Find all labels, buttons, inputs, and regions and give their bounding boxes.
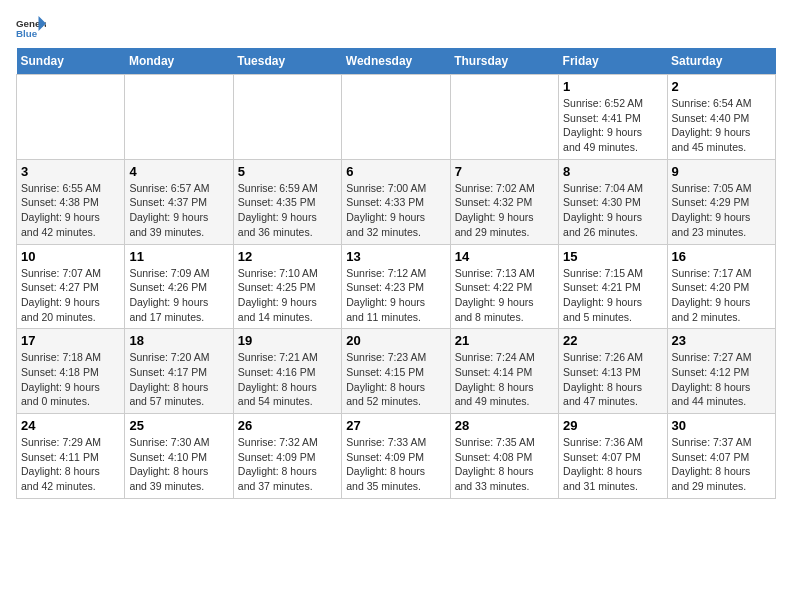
day-cell [342, 75, 450, 160]
day-number: 1 [563, 79, 662, 94]
header-row: SundayMondayTuesdayWednesdayThursdayFrid… [17, 48, 776, 75]
day-number: 16 [672, 249, 771, 264]
day-info: Sunrise: 7:35 AM Sunset: 4:08 PM Dayligh… [455, 435, 554, 494]
day-cell: 3Sunrise: 6:55 AM Sunset: 4:38 PM Daylig… [17, 159, 125, 244]
day-number: 21 [455, 333, 554, 348]
header: General Blue [16, 16, 776, 40]
day-cell: 9Sunrise: 7:05 AM Sunset: 4:29 PM Daylig… [667, 159, 775, 244]
day-number: 2 [672, 79, 771, 94]
header-cell-thursday: Thursday [450, 48, 558, 75]
day-info: Sunrise: 7:05 AM Sunset: 4:29 PM Dayligh… [672, 181, 771, 240]
day-number: 7 [455, 164, 554, 179]
day-info: Sunrise: 6:57 AM Sunset: 4:37 PM Dayligh… [129, 181, 228, 240]
day-cell: 30Sunrise: 7:37 AM Sunset: 4:07 PM Dayli… [667, 414, 775, 499]
day-cell: 12Sunrise: 7:10 AM Sunset: 4:25 PM Dayli… [233, 244, 341, 329]
header-cell-tuesday: Tuesday [233, 48, 341, 75]
week-row: 10Sunrise: 7:07 AM Sunset: 4:27 PM Dayli… [17, 244, 776, 329]
day-info: Sunrise: 7:37 AM Sunset: 4:07 PM Dayligh… [672, 435, 771, 494]
day-cell: 24Sunrise: 7:29 AM Sunset: 4:11 PM Dayli… [17, 414, 125, 499]
day-cell: 27Sunrise: 7:33 AM Sunset: 4:09 PM Dayli… [342, 414, 450, 499]
week-row: 17Sunrise: 7:18 AM Sunset: 4:18 PM Dayli… [17, 329, 776, 414]
svg-text:Blue: Blue [16, 28, 38, 39]
day-info: Sunrise: 7:13 AM Sunset: 4:22 PM Dayligh… [455, 266, 554, 325]
day-info: Sunrise: 7:32 AM Sunset: 4:09 PM Dayligh… [238, 435, 337, 494]
week-row: 24Sunrise: 7:29 AM Sunset: 4:11 PM Dayli… [17, 414, 776, 499]
day-info: Sunrise: 7:12 AM Sunset: 4:23 PM Dayligh… [346, 266, 445, 325]
day-info: Sunrise: 7:02 AM Sunset: 4:32 PM Dayligh… [455, 181, 554, 240]
day-info: Sunrise: 7:26 AM Sunset: 4:13 PM Dayligh… [563, 350, 662, 409]
day-cell: 14Sunrise: 7:13 AM Sunset: 4:22 PM Dayli… [450, 244, 558, 329]
day-number: 19 [238, 333, 337, 348]
day-number: 10 [21, 249, 120, 264]
day-cell: 2Sunrise: 6:54 AM Sunset: 4:40 PM Daylig… [667, 75, 775, 160]
day-number: 4 [129, 164, 228, 179]
day-number: 22 [563, 333, 662, 348]
day-cell: 18Sunrise: 7:20 AM Sunset: 4:17 PM Dayli… [125, 329, 233, 414]
day-number: 26 [238, 418, 337, 433]
day-info: Sunrise: 7:24 AM Sunset: 4:14 PM Dayligh… [455, 350, 554, 409]
day-number: 17 [21, 333, 120, 348]
calendar-body: 1Sunrise: 6:52 AM Sunset: 4:41 PM Daylig… [17, 75, 776, 499]
day-cell: 25Sunrise: 7:30 AM Sunset: 4:10 PM Dayli… [125, 414, 233, 499]
day-number: 13 [346, 249, 445, 264]
day-number: 18 [129, 333, 228, 348]
day-cell: 29Sunrise: 7:36 AM Sunset: 4:07 PM Dayli… [559, 414, 667, 499]
day-info: Sunrise: 7:00 AM Sunset: 4:33 PM Dayligh… [346, 181, 445, 240]
day-number: 30 [672, 418, 771, 433]
day-number: 29 [563, 418, 662, 433]
day-cell: 26Sunrise: 7:32 AM Sunset: 4:09 PM Dayli… [233, 414, 341, 499]
day-number: 3 [21, 164, 120, 179]
day-number: 11 [129, 249, 228, 264]
day-info: Sunrise: 7:20 AM Sunset: 4:17 PM Dayligh… [129, 350, 228, 409]
day-number: 5 [238, 164, 337, 179]
day-cell: 10Sunrise: 7:07 AM Sunset: 4:27 PM Dayli… [17, 244, 125, 329]
day-info: Sunrise: 7:17 AM Sunset: 4:20 PM Dayligh… [672, 266, 771, 325]
day-info: Sunrise: 7:23 AM Sunset: 4:15 PM Dayligh… [346, 350, 445, 409]
header-cell-wednesday: Wednesday [342, 48, 450, 75]
day-number: 20 [346, 333, 445, 348]
day-number: 23 [672, 333, 771, 348]
day-cell [17, 75, 125, 160]
day-info: Sunrise: 7:10 AM Sunset: 4:25 PM Dayligh… [238, 266, 337, 325]
day-number: 8 [563, 164, 662, 179]
day-cell: 17Sunrise: 7:18 AM Sunset: 4:18 PM Dayli… [17, 329, 125, 414]
day-info: Sunrise: 7:30 AM Sunset: 4:10 PM Dayligh… [129, 435, 228, 494]
day-cell: 11Sunrise: 7:09 AM Sunset: 4:26 PM Dayli… [125, 244, 233, 329]
calendar-header: SundayMondayTuesdayWednesdayThursdayFrid… [17, 48, 776, 75]
day-cell [450, 75, 558, 160]
day-cell: 16Sunrise: 7:17 AM Sunset: 4:20 PM Dayli… [667, 244, 775, 329]
day-cell: 6Sunrise: 7:00 AM Sunset: 4:33 PM Daylig… [342, 159, 450, 244]
day-info: Sunrise: 7:33 AM Sunset: 4:09 PM Dayligh… [346, 435, 445, 494]
header-cell-monday: Monday [125, 48, 233, 75]
day-cell: 20Sunrise: 7:23 AM Sunset: 4:15 PM Dayli… [342, 329, 450, 414]
day-info: Sunrise: 6:54 AM Sunset: 4:40 PM Dayligh… [672, 96, 771, 155]
day-cell: 19Sunrise: 7:21 AM Sunset: 4:16 PM Dayli… [233, 329, 341, 414]
day-cell: 1Sunrise: 6:52 AM Sunset: 4:41 PM Daylig… [559, 75, 667, 160]
day-info: Sunrise: 7:18 AM Sunset: 4:18 PM Dayligh… [21, 350, 120, 409]
day-cell: 4Sunrise: 6:57 AM Sunset: 4:37 PM Daylig… [125, 159, 233, 244]
day-info: Sunrise: 7:36 AM Sunset: 4:07 PM Dayligh… [563, 435, 662, 494]
week-row: 1Sunrise: 6:52 AM Sunset: 4:41 PM Daylig… [17, 75, 776, 160]
week-row: 3Sunrise: 6:55 AM Sunset: 4:38 PM Daylig… [17, 159, 776, 244]
day-number: 25 [129, 418, 228, 433]
day-cell: 21Sunrise: 7:24 AM Sunset: 4:14 PM Dayli… [450, 329, 558, 414]
day-info: Sunrise: 7:07 AM Sunset: 4:27 PM Dayligh… [21, 266, 120, 325]
day-number: 28 [455, 418, 554, 433]
day-number: 15 [563, 249, 662, 264]
day-info: Sunrise: 7:29 AM Sunset: 4:11 PM Dayligh… [21, 435, 120, 494]
day-info: Sunrise: 7:27 AM Sunset: 4:12 PM Dayligh… [672, 350, 771, 409]
day-cell: 23Sunrise: 7:27 AM Sunset: 4:12 PM Dayli… [667, 329, 775, 414]
day-cell: 5Sunrise: 6:59 AM Sunset: 4:35 PM Daylig… [233, 159, 341, 244]
day-cell: 7Sunrise: 7:02 AM Sunset: 4:32 PM Daylig… [450, 159, 558, 244]
day-number: 6 [346, 164, 445, 179]
logo: General Blue [16, 16, 50, 40]
header-cell-friday: Friday [559, 48, 667, 75]
day-number: 27 [346, 418, 445, 433]
day-info: Sunrise: 6:59 AM Sunset: 4:35 PM Dayligh… [238, 181, 337, 240]
day-cell [233, 75, 341, 160]
day-info: Sunrise: 7:21 AM Sunset: 4:16 PM Dayligh… [238, 350, 337, 409]
day-number: 12 [238, 249, 337, 264]
header-cell-saturday: Saturday [667, 48, 775, 75]
day-number: 9 [672, 164, 771, 179]
day-cell: 28Sunrise: 7:35 AM Sunset: 4:08 PM Dayli… [450, 414, 558, 499]
